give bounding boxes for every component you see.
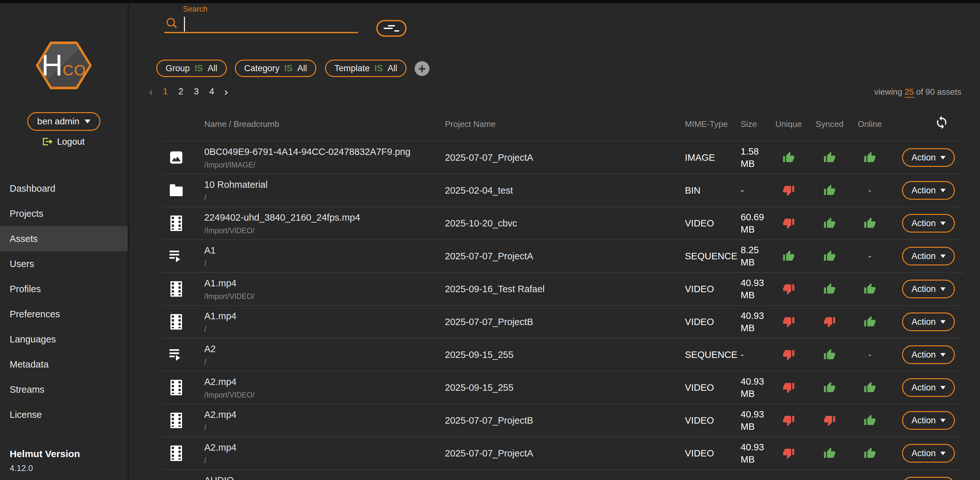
sidebar-item-users[interactable]: Users <box>0 251 127 277</box>
asset-breadcrumb: / <box>204 194 206 202</box>
action-button[interactable]: Action <box>902 148 955 167</box>
action-button[interactable]: Action <box>902 411 955 430</box>
page-next-button[interactable]: › <box>224 87 228 96</box>
sequence-icon <box>169 348 183 361</box>
total-count: 90 <box>926 87 935 97</box>
asset-mime-type: VIDEO <box>685 448 714 459</box>
table-row[interactable]: 2249402-uhd_3840_2160_24fps.mp4/Import/V… <box>163 207 964 239</box>
status-synced <box>823 316 836 328</box>
table-row[interactable]: A1/2025-07-07_ProjectASEQUENCE8.25MB-Act… <box>163 239 964 272</box>
asset-mime-type: BIN <box>685 185 700 196</box>
sidebar-item-metadata[interactable]: Metadata <box>0 352 127 377</box>
action-button[interactable]: Action <box>902 214 955 233</box>
sidebar-item-dashboard[interactable]: Dashboard <box>0 176 127 201</box>
table-row[interactable]: A2.mp4/Import/VIDEO/2025-09-15_255VIDEO4… <box>163 371 964 404</box>
table-row[interactable]: A2.mp4/2025-07-07_ProjectAVIDEO40.93MBAc… <box>163 437 964 469</box>
thumb-up-icon <box>864 381 876 394</box>
sidebar-item-profiles[interactable]: Profiles <box>0 277 127 302</box>
status-online <box>864 217 876 229</box>
thumb-down-icon <box>783 381 795 394</box>
sidebar-item-license[interactable]: License <box>0 402 127 427</box>
visible-count[interactable]: 25 <box>905 87 914 98</box>
status-synced <box>823 414 836 426</box>
sidebar-item-assets[interactable]: Assets <box>0 226 127 251</box>
asset-name: AUDIO <box>204 475 234 480</box>
chevron-down-icon <box>940 419 945 422</box>
refresh-icon[interactable] <box>935 115 949 129</box>
asset-breadcrumb: /Import/VIDEO/ <box>204 292 255 301</box>
filter-chip-category[interactable]: CategoryISAll <box>235 60 317 77</box>
sort-icon <box>384 25 399 32</box>
table-row[interactable]: A2.mp4/2025-07-07_ProjectBVIDEO40.93MBAc… <box>163 404 964 437</box>
page-number-3[interactable]: 3 <box>193 86 199 97</box>
chip-value: All <box>298 64 307 73</box>
asset-type-icon-cell <box>169 182 183 199</box>
sidebar-item-preferences[interactable]: Preferences <box>0 302 127 327</box>
status-synced <box>823 250 836 262</box>
thumb-down-icon <box>783 316 795 328</box>
logout-button[interactable]: Logout <box>43 137 85 147</box>
sidebar-item-projects[interactable]: Projects <box>0 201 127 226</box>
asset-name: A1 <box>204 245 216 256</box>
helmut-logo: H CO <box>36 41 92 90</box>
action-button[interactable]: Action <box>902 378 955 397</box>
status-online <box>864 381 876 394</box>
thumb-down-icon <box>783 217 795 229</box>
thumb-down-icon <box>783 348 795 361</box>
table-row[interactable]: 10 Rohmaterial/2025-02-04_testBIN--Actio… <box>163 174 964 207</box>
status-unique <box>783 381 795 394</box>
asset-name: A2.mp4 <box>204 377 237 387</box>
table-row[interactable]: A2/2025-09-15_255SEQUENCE--Action <box>163 338 964 371</box>
action-button[interactable]: Action <box>902 280 955 298</box>
sidebar-item-languages[interactable]: Languages <box>0 327 127 352</box>
thumb-up-icon <box>823 447 836 459</box>
thumb-up-icon <box>823 348 836 361</box>
asset-size: 40.93MB <box>741 375 764 400</box>
action-button[interactable]: Action <box>902 345 955 364</box>
page-number-2[interactable]: 2 <box>178 86 184 97</box>
search-label: Search <box>183 5 207 14</box>
search-input[interactable] <box>186 17 355 33</box>
page-number-4[interactable]: 4 <box>209 86 215 97</box>
status-online <box>864 414 876 426</box>
asset-mime-type: VIDEO <box>685 382 714 393</box>
add-filter-button[interactable]: + <box>415 61 430 76</box>
text-cursor <box>184 17 185 32</box>
status-online: - <box>868 350 871 360</box>
asset-type-icon-cell <box>169 314 183 330</box>
action-button[interactable]: Action <box>902 313 955 331</box>
logout-icon <box>43 138 52 146</box>
asset-size: 40.93MB <box>741 310 764 334</box>
sort-filter-button[interactable] <box>376 20 407 37</box>
asset-mime-type: IMAGE <box>685 153 715 163</box>
logo-letters-co: CO <box>63 62 86 79</box>
asset-mime-type: VIDEO <box>685 317 714 327</box>
asset-project: 2025-07-07_ProjectB <box>445 317 533 327</box>
thumb-down-icon <box>823 316 836 328</box>
chevron-down-icon <box>940 189 945 192</box>
page-number-1[interactable]: 1 <box>162 86 168 97</box>
thumb-down-icon <box>783 283 795 295</box>
online-empty: - <box>868 350 871 359</box>
filter-chip-template[interactable]: TemplateISAll <box>325 60 407 77</box>
film-icon <box>170 216 182 231</box>
user-menu-button[interactable]: ben admin <box>27 112 100 131</box>
page-prev-button[interactable]: ‹ <box>149 87 153 96</box>
asset-project: 2025-09-16_Test Rafael <box>445 284 545 294</box>
asset-project: 2025-02-04_test <box>445 185 513 196</box>
table-row[interactable]: 0BC049E9-6791-4A14-94CC-02478832A7F9.png… <box>163 141 964 174</box>
status-unique <box>783 447 795 459</box>
action-button[interactable]: Action <box>902 247 955 265</box>
sidebar-item-streams[interactable]: Streams <box>0 377 127 402</box>
action-button[interactable]: Action <box>902 477 955 480</box>
action-button[interactable]: Action <box>902 444 955 463</box>
thumb-down-icon <box>823 414 836 426</box>
filter-chip-group[interactable]: GroupISAll <box>156 60 227 77</box>
status-synced <box>823 151 836 164</box>
table-row[interactable]: A1.mp4/2025-07-07_ProjectBVIDEO40.93MBAc… <box>163 305 964 338</box>
table-row[interactable]: A1.mp4/Import/VIDEO/2025-09-16_Test Rafa… <box>163 272 964 305</box>
table-row[interactable]: AUDIO2025-09-16_Test RafaelBIN--Action <box>163 469 964 480</box>
thumb-up-icon <box>783 250 795 262</box>
asset-name: A1.mp4 <box>204 311 237 321</box>
action-button[interactable]: Action <box>902 181 955 200</box>
